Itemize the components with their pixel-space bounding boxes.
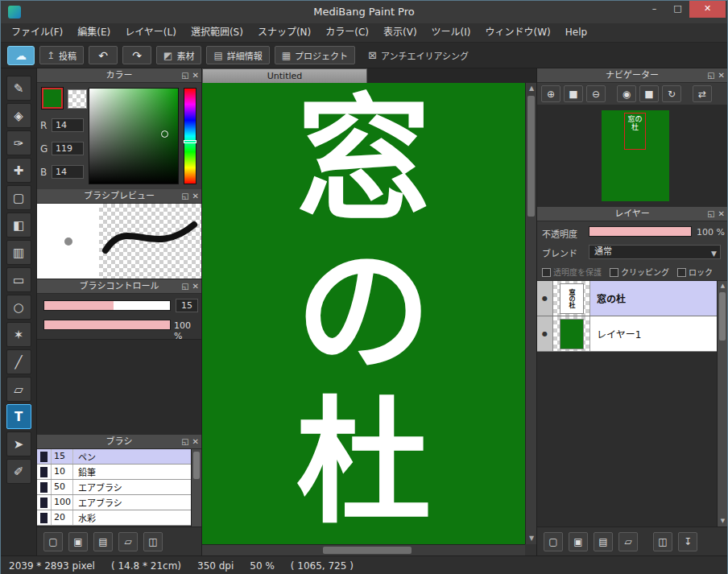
scroll-down-icon[interactable]: ▼ — [718, 516, 727, 527]
layer-opacity-slider[interactable] — [589, 226, 692, 237]
menu-window[interactable]: ウィンドウ(W) — [478, 23, 558, 42]
close-icon[interactable]: ✕ — [718, 68, 725, 82]
popout-icon[interactable]: ◱ — [181, 189, 188, 203]
menu-color[interactable]: カラー(C) — [318, 23, 376, 42]
background-color-swatch[interactable] — [68, 89, 87, 109]
divide-tool[interactable]: ▱ — [6, 377, 31, 402]
delete-layer-button[interactable]: ▤ — [594, 532, 613, 551]
gradient-tool[interactable]: ▥ — [6, 240, 31, 265]
rotate-reset-button[interactable]: ■ — [639, 85, 659, 102]
r-value-field[interactable]: 14 — [52, 118, 84, 132]
zoom-reset-button[interactable]: ■ — [564, 85, 583, 102]
new-layer-type-button[interactable]: ▣ — [569, 532, 588, 551]
line-tool[interactable]: ╱ — [6, 349, 31, 374]
close-icon[interactable]: ✕ — [718, 207, 725, 221]
scroll-down-icon[interactable]: ▼ — [526, 533, 537, 544]
menu-select[interactable]: 選択範囲(S) — [184, 23, 250, 42]
operation-tool[interactable]: ➤ — [6, 432, 31, 456]
layer-name[interactable]: 窓の杜 — [590, 281, 717, 316]
blend-mode-select[interactable]: 通常 ▼ — [589, 245, 721, 259]
undo-button[interactable]: ↶ — [89, 46, 118, 64]
material-button[interactable]: ◩ 素材 — [156, 46, 201, 64]
lock-checkbox[interactable]: ロック — [677, 266, 713, 278]
project-button[interactable]: ▦ プロジェクト — [275, 46, 355, 64]
hue-cursor[interactable] — [184, 140, 196, 143]
protect-alpha-checkbox[interactable]: 透明度を保護 — [542, 266, 602, 278]
brush-size-slider[interactable] — [43, 300, 171, 311]
text-tool[interactable]: T — [6, 404, 31, 429]
brush-folder-button[interactable]: ▱ — [118, 532, 138, 551]
brush-opacity-slider[interactable] — [43, 320, 171, 330]
brush-list-scrollbar[interactable] — [191, 449, 201, 527]
foreground-color-swatch[interactable] — [42, 88, 63, 109]
pen-tool[interactable]: ✑ — [6, 130, 31, 155]
magic-wand-tool[interactable]: ✶ — [6, 322, 31, 347]
navigator-view-rect[interactable]: 窓の杜 — [624, 113, 646, 150]
rotate-cw-button[interactable]: ↻ — [662, 85, 681, 102]
redo-button[interactable]: ↷ — [122, 46, 151, 64]
zoom-in-button[interactable]: ⊕ — [541, 85, 560, 102]
sv-cursor[interactable] — [161, 130, 168, 138]
navigator-thumbnail[interactable]: 窓の杜 — [602, 110, 669, 201]
brush-item-watercolor[interactable]: 20 水彩 — [37, 510, 191, 526]
popout-icon[interactable]: ◱ — [707, 207, 714, 221]
post-button[interactable]: ↥ 投稿 — [39, 46, 84, 64]
brush-script-button[interactable]: ▤ — [93, 532, 113, 551]
shape-brush-tool[interactable]: ▢ — [6, 185, 31, 210]
close-icon[interactable]: ✕ — [192, 68, 199, 82]
duplicate-layer-button[interactable]: ◫ — [653, 532, 672, 551]
lasso-tool[interactable]: ○ — [6, 295, 31, 320]
popout-icon[interactable]: ◱ — [707, 68, 714, 82]
cloud-button[interactable]: ☁ — [7, 46, 35, 65]
visibility-toggle[interactable]: ● — [537, 281, 553, 316]
popout-icon[interactable]: ◱ — [181, 279, 188, 293]
move-tool[interactable]: ✚ — [6, 158, 31, 183]
layer-row-background[interactable]: ● レイヤー1 — [537, 316, 717, 352]
visibility-toggle[interactable]: ● — [537, 316, 553, 351]
brush-size-value[interactable]: 15 — [176, 299, 198, 312]
canvas-document[interactable]: 窓 の 杜 — [202, 83, 525, 544]
menu-help[interactable]: Help — [558, 23, 594, 42]
canvas-tab-untitled[interactable]: Untitled — [202, 68, 367, 83]
antialiasing-toggle[interactable]: ⊠ アンチエイリアシング — [368, 49, 469, 62]
canvas-vertical-scrollbar[interactable]: ▲ ▼ — [525, 83, 536, 544]
brush-item-pencil[interactable]: 10 鉛筆 — [37, 465, 191, 480]
brush-item-airbrush-50[interactable]: 50 エアブラシ — [37, 480, 191, 495]
select-tool[interactable]: ▭ — [6, 267, 31, 292]
hue-slider[interactable] — [184, 88, 196, 184]
clipping-checkbox[interactable]: クリッピング — [610, 266, 669, 278]
close-button[interactable]: ✕ — [689, 1, 726, 18]
bucket-tool[interactable]: ◧ — [6, 213, 31, 237]
minimize-button[interactable]: – — [643, 1, 666, 18]
layer-row-text[interactable]: ● 窓の杜 窓の杜 — [537, 281, 717, 316]
menu-snap[interactable]: スナップ(N) — [250, 23, 318, 42]
new-layer-button[interactable]: ▢ — [544, 532, 563, 551]
layer-list-scrollbar[interactable]: ▲ ▼ — [717, 281, 727, 527]
menu-layer[interactable]: レイヤー(L) — [118, 23, 184, 42]
vertical-scroll-thumb[interactable] — [527, 96, 535, 217]
merge-layer-button[interactable]: ↧ — [678, 532, 697, 551]
popout-icon[interactable]: ◱ — [181, 68, 188, 82]
zoom-out-button[interactable]: ⊖ — [586, 85, 606, 102]
close-icon[interactable]: ✕ — [192, 189, 199, 203]
maximize-button[interactable]: □ — [666, 1, 689, 18]
menu-view[interactable]: 表示(V) — [376, 23, 424, 42]
canvas-horizontal-scrollbar[interactable] — [202, 544, 525, 555]
menu-tool[interactable]: ツール(I) — [424, 23, 478, 42]
add-brush-button[interactable]: ▢ — [43, 532, 63, 551]
close-icon[interactable]: ✕ — [192, 435, 199, 448]
layer-folder-button[interactable]: ▱ — [618, 532, 638, 551]
rotate-ccw-button[interactable]: ◉ — [617, 85, 636, 102]
brush-tool[interactable]: ✎ — [6, 76, 31, 101]
layer-scroll-thumb[interactable] — [719, 292, 726, 341]
b-value-field[interactable]: 14 — [52, 165, 84, 179]
saturation-value-picker[interactable] — [89, 88, 179, 184]
brush-item-airbrush-100[interactable]: 100 エアブラシ — [37, 495, 191, 510]
detail-info-button[interactable]: ▤ 詳細情報 — [206, 46, 269, 64]
eraser-tool[interactable]: ◈ — [6, 103, 31, 128]
layer-name[interactable]: レイヤー1 — [590, 316, 717, 351]
menu-edit[interactable]: 編集(E) — [70, 23, 118, 42]
popout-icon[interactable]: ◱ — [181, 435, 188, 448]
g-value-field[interactable]: 119 — [52, 142, 84, 155]
horizontal-scroll-thumb[interactable] — [323, 547, 412, 554]
